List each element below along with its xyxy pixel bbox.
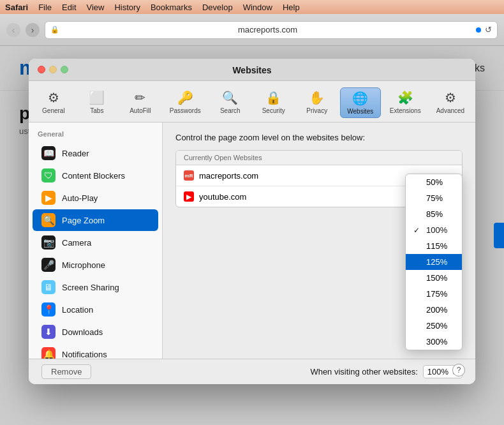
menu-edit[interactable]: Edit [62,3,76,12]
toolbar-extensions[interactable]: 🧩 Extensions [383,87,427,118]
blockers-icon: 🛡 [41,168,56,183]
toolbar-tabs[interactable]: ⬜ Tabs [77,87,117,118]
dialog-bottom: Remove When visiting other websites: 100… [29,359,475,384]
toolbar-security-label: Security [262,107,285,114]
zoom-option-175[interactable]: 175% [406,286,462,302]
dialog-body: General 📖 Reader 🛡 Content Blockers ▶ Au… [29,123,475,359]
maximize-button[interactable] [61,66,68,73]
toolbar-passwords[interactable]: 🔑 Passwords [163,87,207,118]
sidebar-item-content-blockers[interactable]: 🛡 Content Blockers [33,165,158,186]
toolbar-search-label: Search [220,107,241,114]
minimize-button[interactable] [49,66,57,73]
remove-button[interactable]: Remove [41,364,91,379]
sidebar-downloads-label: Downloads [62,327,103,337]
sidebar-section-label: General [29,128,162,142]
zoom-dropdown[interactable]: 50% 75% 85% ✓ 100% [405,174,463,350]
sidebar-item-location[interactable]: 📍 Location [33,299,158,320]
sidebar-location-label: Location [62,305,93,315]
other-websites: When visiting other websites: 100% ⌄ [310,365,463,378]
menu-file[interactable]: File [38,3,52,12]
sidebar-item-notifications[interactable]: 🔔 Notifications [33,343,158,359]
sidebar-item-autoplay[interactable]: ▶ Auto-Play [33,187,158,209]
address-bar[interactable]: 🔒 macreports.com ↺ [45,21,498,39]
favicon-macreports: mR [184,170,194,181]
search-icon: 🔍 [222,90,238,105]
sidebar-blockers-label: Content Blockers [62,171,125,181]
privacy-icon: ✋ [309,90,325,105]
toolbar-advanced[interactable]: ⚙ Advanced [430,87,471,118]
dialog-titlebar: Websites [29,59,475,81]
menu-develop[interactable]: Develop [202,3,233,12]
sidebar-item-screen-sharing[interactable]: 🖥 Screen Sharing [33,276,158,298]
zoom-125-label: 125% [426,257,447,267]
menubar: Safari File Edit View History Bookmarks … [0,0,504,14]
toolbar-websites-label: Websites [347,108,373,115]
sidebar-item-downloads[interactable]: ⬇ Downloads [33,321,158,343]
toolbar-autofill[interactable]: ✏ AutoFill [120,87,161,118]
zoom-option-75[interactable]: 75% [406,190,462,206]
toolbar-general-label: General [42,107,65,114]
close-button[interactable] [38,66,45,73]
zoom-option-85[interactable]: 85% [406,206,462,222]
camera-icon: 📷 [41,235,56,250]
toolbar-privacy[interactable]: ✋ Privacy [297,87,337,118]
zoom-option-150[interactable]: 150% [406,270,462,286]
tabs-icon: ⬜ [89,90,105,105]
microphone-icon: 🎤 [41,258,56,272]
toolbar-general[interactable]: ⚙ General [33,87,74,118]
dialog-main: Control the page zoom level on the websi… [163,123,475,359]
notifications-icon: 🔔 [41,347,56,359]
zoom-300-label: 300% [426,337,447,347]
sidebar-item-reader[interactable]: 📖 Reader [33,142,158,164]
sidebar-item-camera[interactable]: 📷 Camera [33,232,158,253]
zoom-85-label: 85% [426,209,443,219]
toolbar-security[interactable]: 🔒 Security [253,87,294,118]
menu-history[interactable]: History [114,3,140,12]
sidebar-item-page-zoom[interactable]: 🔍 Page Zoom [33,209,158,231]
other-websites-label: When visiting other websites: [310,367,417,377]
zoom-option-100[interactable]: ✓ 100% [406,222,462,238]
extensions-icon: 🧩 [397,90,413,105]
sidebar-notifications-label: Notifications [62,350,107,359]
zoom-option-125[interactable]: 125% [406,254,462,270]
refresh-icon[interactable]: ↺ [485,25,492,34]
menu-view[interactable]: View [87,3,105,12]
security-icon: 🔒 [265,90,281,105]
sidebar-microphone-label: Microphone [62,260,105,270]
forward-button[interactable]: › [26,23,40,37]
toolbar-extensions-label: Extensions [390,107,421,114]
back-button[interactable]: ‹ [6,23,20,37]
sidebar-pagezoom-label: Page Zoom [62,216,105,225]
traffic-lights [38,66,68,73]
screensharing-icon: 🖥 [41,280,56,294]
zoom-option-250[interactable]: 250% [406,318,462,334]
zoom-option-200[interactable]: 200% [406,302,462,318]
autofill-icon: ✏ [135,90,145,105]
zoom-75-label: 75% [426,193,443,203]
menu-window[interactable]: Window [243,3,272,12]
general-icon: ⚙ [48,90,59,105]
menu-safari[interactable]: Safari [5,3,28,12]
zoom-200-label: 200% [426,305,447,315]
toolbar-websites[interactable]: 🌐 Websites [340,87,381,118]
menu-help[interactable]: Help [283,3,300,12]
reader-icon: 📖 [41,146,56,160]
websites-dialog: Websites ⚙ General ⬜ Tabs ✏ AutoFill 🔑 P… [29,59,475,384]
menu-bookmarks[interactable]: Bookmarks [151,3,192,12]
table-header: Currently Open Websites [176,151,462,165]
location-icon: 📍 [41,302,56,317]
toolbar-search[interactable]: 🔍 Search [210,87,251,118]
sidebar-reader-label: Reader [62,149,89,158]
address-text: macreports.com [63,25,472,34]
zoom-option-50[interactable]: 50% [406,174,462,190]
website-url-macreports: macreports.com [199,171,258,181]
zoom-option-300[interactable]: 300% [406,334,462,350]
sidebar-item-microphone[interactable]: 🎤 Microphone [33,254,158,276]
pagezoom-icon: 🔍 [41,213,56,227]
reader-dot [476,27,481,33]
autoplay-icon: ▶ [41,191,56,205]
zoom-option-115[interactable]: 115% [406,238,462,254]
edge-button[interactable] [494,223,504,248]
website-area: macReports How to News Not working? Tips… [0,46,504,425]
help-button[interactable]: ? [452,364,465,377]
